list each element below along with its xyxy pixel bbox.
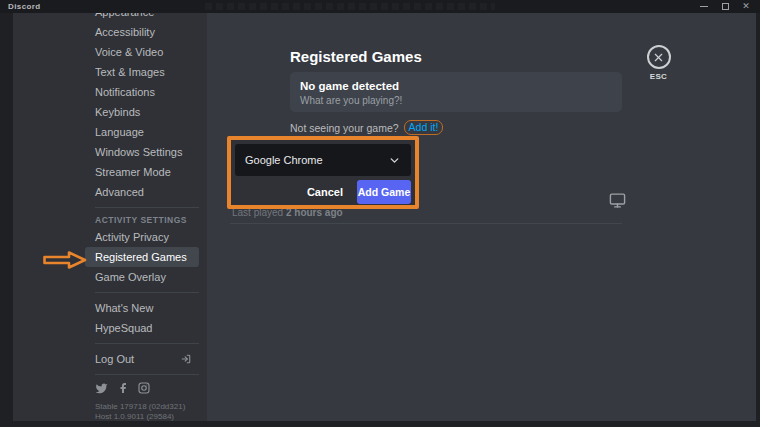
game-select-value: Google Chrome	[245, 154, 388, 166]
sidebar-divider	[95, 374, 199, 375]
no-game-detected-banner: No game detected What are you playing?!	[290, 72, 622, 112]
sidebar-item-streamer-mode[interactable]: Streamer Mode	[85, 162, 199, 182]
facebook-icon[interactable]	[117, 382, 129, 394]
settings-sidebar: Appearance Accessibility Voice & Video T…	[13, 13, 207, 421]
twitter-icon[interactable]	[95, 382, 108, 395]
logout-icon	[181, 354, 191, 364]
sidebar-item-activity-privacy[interactable]: Activity Privacy	[85, 227, 199, 247]
add-it-link[interactable]: Add it!	[404, 120, 444, 135]
sidebar-item-voice-video[interactable]: Voice & Video	[85, 42, 199, 62]
sidebar-divider	[95, 207, 199, 208]
sidebar-item-game-overlay[interactable]: Game Overlay	[85, 267, 199, 287]
host-version: Host 1.0.9011 (29584)	[95, 412, 207, 421]
sidebar-divider	[95, 292, 199, 293]
close-circle-icon	[647, 45, 671, 69]
page-title: Registered Games	[290, 48, 422, 65]
prompt-text: Not seeing your game?	[290, 122, 399, 134]
settings-nav: Appearance Accessibility Voice & Video T…	[13, 13, 207, 421]
window-controls: ✕	[699, 0, 760, 13]
banner-subtitle: What are you playing?!	[300, 95, 612, 106]
titlebar-redacted-text	[205, 3, 495, 10]
main-content: Registered Games ESC No game detected Wh…	[207, 13, 756, 421]
social-links	[95, 380, 207, 396]
chevron-down-icon	[388, 154, 401, 167]
sidebar-item-whats-new[interactable]: What's New	[85, 298, 199, 318]
popout-footer: Cancel Add Game	[235, 179, 411, 204]
sidebar-item-appearance[interactable]: Appearance	[85, 13, 199, 22]
sidebar-item-hypesquad[interactable]: HypeSquad	[85, 318, 199, 338]
window-title: Discord	[0, 2, 41, 11]
add-game-prompt: Not seeing your game? Add it!	[290, 120, 443, 135]
game-row-divider	[230, 223, 622, 224]
maximize-icon[interactable]	[720, 2, 730, 12]
add-game-popout: Google Chrome Cancel Add Game	[231, 140, 415, 205]
last-played-time: 2 hours ago	[286, 207, 343, 218]
discord-window: Discord ✕ Appearance Accessibility Voice…	[0, 0, 760, 427]
instagram-icon[interactable]	[138, 382, 150, 394]
sidebar-divider	[95, 343, 199, 344]
add-game-button[interactable]: Add Game	[357, 180, 411, 204]
monitor-overlay-icon[interactable]	[609, 192, 626, 213]
sidebar-item-log-out[interactable]: Log Out	[85, 349, 199, 369]
sidebar-item-advanced[interactable]: Advanced	[85, 182, 199, 202]
activity-settings-header: ACTIVITY SETTINGS	[95, 213, 207, 227]
banner-title: No game detected	[300, 80, 612, 92]
esc-close-button[interactable]: ESC	[644, 45, 673, 81]
sidebar-item-accessibility[interactable]: Accessibility	[85, 22, 199, 42]
build-version: Stable 179718 (02dd321)	[95, 402, 207, 412]
titlebar: Discord ✕	[0, 0, 760, 13]
esc-label: ESC	[644, 72, 673, 81]
cancel-button[interactable]: Cancel	[293, 186, 357, 198]
sidebar-item-windows-settings[interactable]: Windows Settings	[85, 142, 199, 162]
last-played-text: Last played 2 hours ago	[232, 207, 343, 218]
version-info: Stable 179718 (02dd321) Host 1.0.9011 (2…	[95, 402, 207, 421]
minimize-icon[interactable]	[699, 2, 709, 12]
sidebar-item-notifications[interactable]: Notifications	[85, 82, 199, 102]
sidebar-item-registered-games[interactable]: Registered Games	[85, 247, 199, 267]
close-icon[interactable]: ✕	[741, 2, 751, 12]
sidebar-item-language[interactable]: Language	[85, 122, 199, 142]
sidebar-item-text-images[interactable]: Text & Images	[85, 62, 199, 82]
log-out-label: Log Out	[95, 349, 181, 369]
game-select[interactable]: Google Chrome	[235, 144, 411, 176]
sidebar-item-keybinds[interactable]: Keybinds	[85, 102, 199, 122]
